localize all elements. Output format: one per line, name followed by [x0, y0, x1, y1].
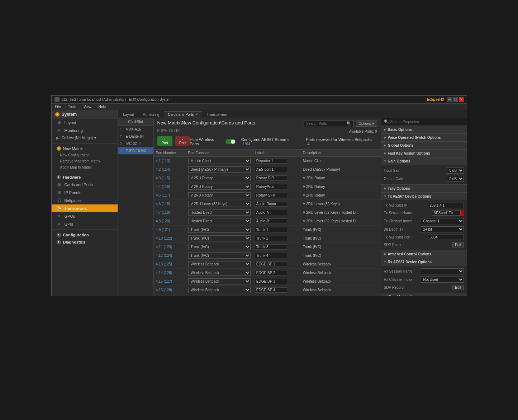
- minimize-button[interactable]: —: [447, 97, 452, 102]
- sidebar-gpis[interactable]: ⚙ GPIs: [52, 220, 118, 228]
- add-port-button[interactable]: + Port: [157, 136, 173, 146]
- search-input[interactable]: [306, 122, 346, 126]
- menu-help[interactable]: Help: [97, 105, 107, 109]
- table-row[interactable]: 4.1 (113) Mobile Client Mobile Client: [154, 156, 381, 165]
- sdp-edit-button-2[interactable]: Edit: [452, 285, 464, 290]
- table-row[interactable]: 4.8 (120) Hosted Direct V 2RU Lever (32 …: [154, 217, 381, 225]
- port-func-select-3[interactable]: V 2RU Rotary: [188, 184, 251, 190]
- port-label-6[interactable]: [255, 210, 287, 215]
- table-row[interactable]: 4.14 (126) Wireless Beltpack Wireless Be…: [154, 268, 381, 277]
- port-func-select-5[interactable]: V 2RU Lever (32 Keys): [188, 201, 251, 207]
- tx-session-name-input[interactable]: [432, 210, 461, 216]
- port-label-15[interactable]: [255, 287, 287, 293]
- prop-global-header[interactable]: ▶ Global Options: [381, 142, 467, 149]
- port-func-select-15[interactable]: Wireless Beltpack: [188, 287, 251, 293]
- table-row[interactable]: 4.9 (121) Trunk (IVC) Trunk (IVC): [154, 225, 381, 234]
- table-row[interactable]: 4.10 (122) Trunk (IVC) Trunk (IVC): [154, 234, 381, 242]
- table-row[interactable]: 4.7 (119) Hosted Direct V 2RU Lever (32 …: [154, 208, 381, 217]
- prop-basic-header[interactable]: ▶ Basic Options: [381, 126, 467, 133]
- wireless-toggle[interactable]: Hide Wireless Ports: [190, 137, 236, 146]
- sidebar-item-monitoring[interactable]: ◎ Monitoring: [52, 127, 118, 135]
- port-func-select-6[interactable]: Hosted Direct: [188, 209, 251, 216]
- port-label-12[interactable]: [255, 261, 287, 267]
- search-box[interactable]: 🔍: [304, 120, 354, 127]
- prop-tally-header[interactable]: ▶ Tally Options: [381, 185, 467, 192]
- port-func-select-7[interactable]: Hosted Direct: [188, 218, 251, 224]
- prop-gain-header[interactable]: ∨ Gain Options: [381, 157, 467, 165]
- port-label-5[interactable]: [255, 201, 287, 207]
- port-num-4[interactable]: 4.5 (117): [156, 193, 170, 197]
- bit-depth-select[interactable]: 24 bit: [421, 226, 464, 232]
- port-num-13[interactable]: 4.14 (126): [156, 271, 172, 275]
- port-num-0[interactable]: 4.1 (113): [156, 159, 170, 163]
- sidebar-gpos[interactable]: ⚙ GPOs: [52, 212, 118, 220]
- table-row[interactable]: 4.2 (114) Direct (AES67 Primary) Direct …: [154, 165, 381, 174]
- tab-cards-and-ports[interactable]: Cards and Ports ✕: [164, 111, 202, 118]
- sidebar-retrieve[interactable]: Retrieve Map from Matrix: [52, 158, 118, 164]
- wireless-toggle-switch[interactable]: [225, 139, 236, 144]
- port-num-6[interactable]: 4.7 (119): [156, 211, 170, 214]
- prop-rx-header[interactable]: ∨ Rx AES67 Device Options: [381, 258, 467, 266]
- port-num-11[interactable]: 4.12 (124): [156, 254, 172, 258]
- port-num-15[interactable]: 4.16 (128): [156, 288, 172, 292]
- table-row[interactable]: 4.6 (118) V 2RU Lever (32 Keys) V 2RU Le…: [154, 199, 381, 208]
- tab-layout[interactable]: Layout: [119, 111, 138, 118]
- port-func-select-2[interactable]: V 2RU Rotary: [188, 175, 251, 181]
- port-label-11[interactable]: [255, 253, 287, 258]
- output-gain-select[interactable]: 0 dB: [447, 176, 464, 182]
- port-num-14[interactable]: 4.15 (127): [156, 279, 172, 283]
- card-slot-item-3[interactable]: 3 IVC-32 ⚙: [118, 140, 153, 147]
- table-row[interactable]: 4.12 (124) Trunk (IVC) Trunk (IVC): [154, 251, 381, 260]
- port-func-select-12[interactable]: Wireless Beltpack: [188, 261, 251, 267]
- table-row[interactable]: 4.15 (127) Wireless Beltpack Wireless Be…: [154, 277, 381, 285]
- table-row[interactable]: 4.11 (123) Trunk (IVC) Trunk (IVC): [154, 242, 381, 251]
- card-slot-item-1[interactable]: 1 MVX-A16: [118, 126, 153, 133]
- table-row[interactable]: 4.5 (117) V 2RU Rotary V 2RU Rotary: [154, 191, 381, 199]
- sidebar-item-layout[interactable]: ⊞ Layout: [52, 119, 118, 127]
- go-live-button[interactable]: ▶ Go Live (No Merge) ▾: [52, 135, 118, 142]
- menu-view[interactable]: View: [82, 105, 93, 109]
- tx-channel-index-select[interactable]: Channel 1: [421, 218, 464, 224]
- port-label-4[interactable]: [255, 193, 287, 198]
- prop-fastkey-header[interactable]: ▶ Fast Key Assign Options: [381, 150, 467, 157]
- port-label-7[interactable]: [255, 218, 287, 224]
- port-label-8[interactable]: [255, 227, 287, 232]
- sidebar-cards-and-ports[interactable]: ▤ Cards and Ports: [52, 181, 118, 189]
- port-label-0[interactable]: [255, 158, 287, 164]
- port-label-1[interactable]: [255, 167, 287, 172]
- port-num-5[interactable]: 4.6 (118): [156, 202, 170, 206]
- rx-channel-index-select[interactable]: Not Used: [421, 277, 464, 283]
- port-func-select-13[interactable]: Wireless Beltpack: [188, 270, 251, 276]
- port-func-select-8[interactable]: Trunk (IVC): [188, 227, 251, 233]
- card-slot-item-4[interactable]: 4 E-IPA-16-HX ⚙: [118, 147, 153, 155]
- prop-voice-header[interactable]: ▶ Voice Operated Switch Options: [381, 134, 467, 141]
- tx-multicast-ip-input[interactable]: [428, 203, 464, 208]
- sidebar-ip-panels[interactable]: ▥ IP Panels: [52, 189, 118, 197]
- port-func-select-1[interactable]: Direct (AES67 Primary): [188, 166, 251, 173]
- sidebar-beltpacks[interactable]: 🎧 Beltpacks: [52, 197, 118, 204]
- port-num-8[interactable]: 4.9 (121): [156, 228, 170, 232]
- prop-tx-header[interactable]: ∨ Tx AES67 Device Options: [381, 193, 467, 200]
- port-func-select-9[interactable]: Trunk (IVC): [188, 235, 251, 241]
- input-gain-select[interactable]: 0 dB: [447, 167, 464, 174]
- tab-close-icon[interactable]: ✕: [195, 113, 198, 116]
- port-num-9[interactable]: 4.10 (122): [156, 236, 172, 240]
- port-func-select-10[interactable]: Trunk (IVC): [188, 244, 251, 250]
- table-row[interactable]: 4.13 (125) Wireless Beltpack Wireless Be…: [154, 260, 381, 268]
- port-num-10[interactable]: 4.11 (123): [156, 245, 172, 249]
- port-num-1[interactable]: 4.2 (114): [156, 167, 170, 171]
- port-num-7[interactable]: 4.8 (120): [156, 219, 170, 223]
- port-label-10[interactable]: [255, 244, 287, 250]
- close-button[interactable]: ✕: [459, 97, 464, 102]
- prop-search-input[interactable]: [390, 120, 464, 124]
- table-row[interactable]: 4.4 (116) V 2RU Rotary V 2RU Rotary: [154, 182, 381, 191]
- rx-session-name-select[interactable]: [421, 268, 464, 274]
- sidebar-apply[interactable]: Apply Map to Matrix: [52, 164, 118, 170]
- port-func-select-14[interactable]: Wireless Beltpack: [188, 278, 251, 284]
- port-num-12[interactable]: 4.13 (125): [156, 262, 172, 266]
- menu-tools[interactable]: Tools: [67, 105, 78, 109]
- port-func-select-11[interactable]: Trunk (IVC): [188, 253, 251, 259]
- remove-port-button[interactable]: - Port: [175, 136, 190, 146]
- tab-monitoring[interactable]: Monitoring: [139, 111, 163, 118]
- sdp-edit-button[interactable]: Edit: [452, 242, 464, 247]
